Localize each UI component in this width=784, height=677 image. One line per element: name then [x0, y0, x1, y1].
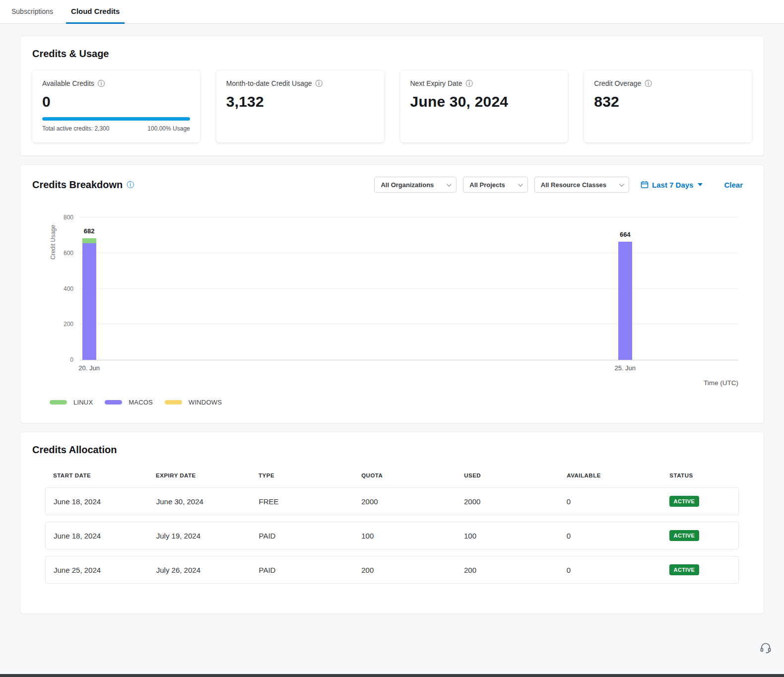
cell-used: 2000 — [456, 497, 559, 506]
table-row: June 18, 2024 June 30, 2024 FREE 2000 20… — [45, 487, 739, 515]
col-used: USED — [456, 473, 559, 478]
mtd-usage-card: Month-to-date Credit Usage ⓘ 3,132 — [216, 70, 384, 142]
credits-allocation-title: Credits Allocation — [32, 444, 752, 456]
y-axis-tick-label: 200 — [64, 321, 73, 328]
bar-segment-macos[interactable] — [618, 242, 632, 360]
available-credits-card: Available Credits ⓘ 0 Total active credi… — [32, 70, 200, 142]
legend-label: WINDOWS — [189, 399, 222, 406]
chart-plot-area: Credit Usage 020040060080068220. Jun6642… — [80, 217, 738, 360]
gridline — [80, 288, 738, 289]
credits-allocation-table: START DATE EXPIRY DATE TYPE QUOTA USED A… — [45, 473, 739, 584]
col-available: AVAILABLE — [559, 473, 661, 478]
gridline — [80, 253, 738, 253]
gridline — [80, 324, 738, 324]
bar-segment-linux[interactable] — [82, 238, 96, 243]
y-axis-tick-label: 400 — [64, 285, 73, 292]
mtd-usage-label: Month-to-date Credit Usage — [226, 79, 312, 87]
cell-quota: 2000 — [353, 497, 456, 506]
clear-filters-button[interactable]: Clear — [724, 181, 743, 189]
gridline — [80, 217, 738, 217]
cell-available: 0 — [559, 497, 661, 506]
info-icon[interactable]: ⓘ — [127, 181, 134, 189]
legend-swatch — [50, 400, 67, 405]
tab-subscriptions[interactable]: Subscriptions — [6, 0, 58, 24]
x-axis-tick-label: 20. Jun — [78, 364, 100, 372]
chevron-down-icon — [619, 182, 624, 187]
legend-item-macos[interactable]: MACOS — [105, 399, 153, 406]
col-type: TYPE — [251, 473, 353, 478]
cell-used: 200 — [456, 566, 559, 574]
stat-card-row: Available Credits ⓘ 0 Total active credi… — [32, 70, 752, 143]
info-icon[interactable]: ⓘ — [466, 80, 473, 87]
resource-classes-filter-label: All Resource Classes — [541, 181, 606, 189]
x-axis-tick-label: 25. Jun — [614, 364, 636, 372]
col-status: STATUS — [661, 473, 739, 478]
legend-item-windows[interactable]: WINDOWS — [165, 399, 222, 406]
tab-cloud-credits[interactable]: Cloud Credits — [66, 0, 125, 24]
organizations-filter-select[interactable]: All Organizations — [374, 177, 457, 193]
info-icon[interactable]: ⓘ — [98, 80, 105, 87]
y-axis-title: Credit Usage — [50, 225, 57, 260]
info-icon[interactable]: ⓘ — [645, 80, 652, 87]
calendar-icon — [641, 181, 649, 189]
support-button[interactable] — [759, 641, 772, 656]
bar-total-label: 682 — [84, 227, 95, 235]
cell-available: 0 — [559, 566, 661, 574]
credits-progress-fill — [42, 117, 190, 121]
y-axis-tick-label: 800 — [64, 214, 73, 221]
bar-segment-macos[interactable] — [82, 243, 96, 360]
chevron-down-icon — [447, 182, 452, 187]
date-range-picker[interactable]: Last 7 Days — [641, 181, 703, 189]
credits-breakdown-title: Credits Breakdown — [32, 179, 123, 191]
date-range-label: Last 7 Days — [652, 181, 693, 189]
cell-used: 100 — [456, 532, 559, 540]
headset-icon — [759, 641, 772, 654]
window-bottom-edge — [0, 674, 784, 677]
credits-progress-bar — [42, 117, 190, 121]
cell-expiry-date: July 19, 2024 — [148, 532, 251, 540]
col-expiry-date: EXPIRY DATE — [148, 473, 251, 478]
info-icon[interactable]: ⓘ — [316, 80, 323, 87]
credits-usage-title: Credits & Usage — [32, 48, 752, 60]
organizations-filter-label: All Organizations — [381, 181, 434, 189]
credits-breakdown-section: Credits Breakdown ⓘ All Organizations Al… — [20, 164, 764, 423]
credit-overage-value: 832 — [594, 93, 742, 110]
credit-usage-chart: Credit Usage 020040060080068220. Jun6642… — [32, 217, 752, 406]
next-expiry-value: June 30, 2024 — [410, 93, 558, 110]
bar-total-label: 664 — [620, 231, 631, 238]
table-row: June 18, 2024 July 19, 2024 PAID 100 100… — [45, 522, 739, 549]
cell-start-date: June 18, 2024 — [46, 532, 148, 540]
cell-start-date: June 25, 2024 — [46, 566, 148, 574]
legend-swatch — [105, 400, 122, 405]
cell-start-date: June 18, 2024 — [46, 497, 148, 506]
legend-item-linux[interactable]: LINUX — [50, 399, 93, 406]
top-tab-bar: Subscriptions Cloud Credits — [0, 0, 784, 24]
caret-down-icon — [698, 183, 703, 186]
table-header-row: START DATE EXPIRY DATE TYPE QUOTA USED A… — [45, 473, 739, 487]
cell-quota: 100 — [353, 532, 456, 540]
credit-overage-label: Credit Overage — [594, 79, 641, 87]
legend-swatch — [165, 400, 182, 405]
credit-overage-card: Credit Overage ⓘ 832 — [584, 70, 752, 142]
status-badge: ACTIVE — [669, 530, 700, 541]
cell-expiry-date: June 30, 2024 — [148, 497, 251, 506]
available-credits-label: Available Credits — [42, 79, 94, 87]
cell-type: PAID — [251, 566, 354, 574]
chart-legend: LINUXMACOSWINDOWS — [50, 399, 752, 406]
credits-usage-section: Credits & Usage Available Credits ⓘ 0 To… — [20, 36, 764, 156]
cell-quota: 200 — [353, 566, 456, 574]
projects-filter-label: All Projects — [469, 181, 505, 189]
table-row: June 25, 2024 July 26, 2024 PAID 200 200… — [45, 556, 739, 584]
projects-filter-select[interactable]: All Projects — [463, 177, 528, 193]
total-active-credits-text: Total active credits: 2,300 — [42, 125, 109, 132]
resource-classes-filter-select[interactable]: All Resource Classes — [534, 177, 629, 193]
chevron-down-icon — [518, 182, 523, 187]
usage-percentage-text: 100.00% Usage — [147, 125, 190, 132]
cell-type: PAID — [251, 532, 354, 540]
legend-label: LINUX — [73, 399, 93, 406]
mtd-usage-value: 3,132 — [226, 93, 374, 110]
next-expiry-label: Next Expiry Date — [410, 79, 462, 87]
status-badge: ACTIVE — [669, 564, 700, 575]
y-axis-tick-label: 0 — [70, 356, 73, 363]
page-content: Credits & Usage Available Credits ⓘ 0 To… — [0, 24, 784, 614]
